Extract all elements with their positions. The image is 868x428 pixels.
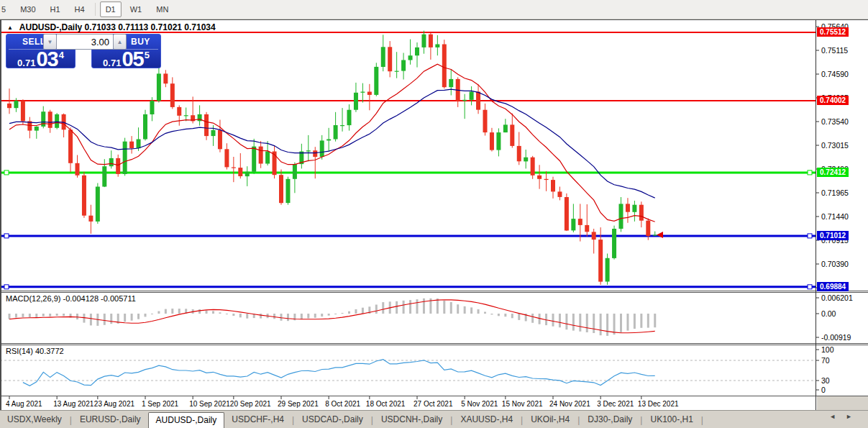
- timeframe-button-h4[interactable]: H4: [69, 1, 91, 17]
- date-axis-label: 20 Sep 2021: [230, 400, 271, 408]
- timeframe-button-m30[interactable]: M30: [14, 1, 41, 17]
- volume-decrease-button[interactable]: ▼: [43, 34, 57, 50]
- chart-tab-uk100-h1[interactable]: UK100-,H1: [643, 412, 700, 427]
- volume-spinner: ▼ ▲: [43, 34, 127, 50]
- date-axis-label: 23 Aug 2021: [94, 400, 134, 408]
- chart-tab-usdcnh-daily[interactable]: USDCNH-,Daily: [374, 412, 449, 427]
- chart-title: ▲ AUDUSD-,Daily 0.71033 0.71113 0.71021 …: [7, 22, 216, 32]
- axis-corner: [817, 396, 868, 410]
- tab-scrollers: ◄►: [829, 413, 862, 420]
- date-axis-label: 13 Aug 2021: [53, 400, 93, 408]
- rsi-axis-label: 100: [821, 345, 834, 354]
- timeframe-button-h1[interactable]: H1: [45, 1, 66, 17]
- date-axis-label: 24 Nov 2021: [549, 400, 590, 408]
- price-line-badge: 0.74002: [817, 96, 849, 105]
- rsi-axis-label: 0: [821, 386, 826, 394]
- timeframe-button-w1[interactable]: W1: [124, 1, 148, 17]
- rsi-axis-label: 70: [821, 356, 830, 365]
- chart-symbol-label: AUDUSD-,Daily: [19, 22, 82, 32]
- date-axis-label: 15 Nov 2021: [502, 400, 543, 408]
- rsi-indicator-label: RSI(14) 40.3772: [6, 347, 64, 355]
- chart-tab-ukoil-h4[interactable]: UKOil-,H4: [524, 412, 577, 427]
- price-axis-label: 0.73540: [821, 117, 849, 126]
- chart-tab-audusd-daily[interactable]: AUDUSD-,Daily: [148, 412, 225, 428]
- price-line-badge: 0.75512: [817, 27, 849, 37]
- chart-tab-usdcad-daily[interactable]: USDCAD-,Daily: [295, 412, 370, 427]
- date-axis-label: 4 Aug 2021: [6, 400, 42, 408]
- price-axis-label: 0.73015: [821, 141, 849, 150]
- sell-price-big: 03: [36, 50, 58, 68]
- chart-ohlc-values: 0.71033 0.71113 0.71021 0.71034: [85, 22, 216, 32]
- chart-tab-eurusd-daily[interactable]: EURUSD-,Daily: [73, 412, 148, 427]
- macd-axis-label: -0.00919: [821, 333, 851, 342]
- buy-price-pip: 5: [145, 50, 150, 60]
- volume-increase-button[interactable]: ▲: [113, 34, 127, 50]
- tab-separator: |: [700, 415, 704, 425]
- price-axis-label: 0.74590: [821, 70, 849, 78]
- one-click-trading-panel: SELL 0.71 03 4 BUY 0.71 05 5 ▼ ▲: [6, 34, 161, 68]
- chart-window-border-left: [0, 19, 1, 410]
- date-axis-label: 29 Sep 2021: [278, 400, 319, 408]
- macd-axis-label: 0.00: [821, 309, 836, 318]
- sell-price-prefix: 0.71: [17, 58, 35, 68]
- price-axis-label: 0.71965: [821, 188, 849, 197]
- price-line-badge: 0.72412: [817, 168, 849, 177]
- buy-price-big: 05: [122, 50, 143, 68]
- price-axis-label: 0.75115: [821, 46, 848, 55]
- tab-scroll-left-icon[interactable]: ◄: [829, 413, 846, 420]
- chart-tab-dj30-daily[interactable]: DJ30-,Daily: [580, 412, 639, 427]
- date-axis-label: 8 Oct 2021: [325, 400, 360, 408]
- rsi-axis-label: 30: [821, 376, 830, 385]
- timeframe-toolbar: 5M30H1H4D1W1MN: [0, 0, 868, 19]
- date-axis-label: 13 Dec 2021: [638, 400, 679, 408]
- price-line-badge: 0.69884: [817, 282, 849, 291]
- buy-price: 0.71 05 5: [92, 50, 160, 70]
- timeframe-button-d1[interactable]: D1: [100, 1, 122, 17]
- date-axis-label: 27 Oct 2021: [414, 400, 452, 408]
- buy-button-label: BUY: [131, 37, 150, 47]
- sell-price: 0.71 03 4: [6, 50, 75, 70]
- date-axis-label: 10 Sep 2021: [189, 400, 230, 408]
- chart-tab-bar: USDX,Weekly|EURUSD-,DailyAUDUSD-,DailyUS…: [0, 410, 868, 428]
- date-axis-label: 3 Dec 2021: [597, 400, 634, 408]
- chart-tab-usdx-weekly[interactable]: USDX,Weekly: [0, 412, 69, 427]
- sell-button-label: SELL: [22, 37, 46, 47]
- mt4-terminal: 5M30H1H4D1W1MN ▲ AUDUSD-,Daily 0.71033 0…: [0, 0, 868, 428]
- date-axis-label: 5 Nov 2021: [461, 400, 498, 408]
- macd-indicator-label: MACD(12,26,9) -0.004128 -0.005711: [6, 294, 136, 303]
- chart-tab-usdchf-h4[interactable]: USDCHF-,H4: [224, 412, 291, 427]
- title-marker-icon: ▲: [7, 24, 13, 31]
- price-axis-label: 0.70390: [821, 260, 849, 268]
- timeframe-button-5[interactable]: 5: [0, 1, 12, 17]
- price-axis-label: 0.71440: [821, 212, 849, 221]
- macd-axis-label: 0.006201: [821, 293, 853, 302]
- buy-price-prefix: 0.71: [103, 58, 121, 68]
- toolbar-separator: [95, 3, 96, 16]
- date-axis-label: 18 Oct 2021: [366, 400, 405, 408]
- timeframe-button-mn[interactable]: MN: [150, 1, 174, 17]
- date-axis-label: 1 Sep 2021: [142, 400, 178, 408]
- price-line-badge: 0.71012: [817, 231, 849, 240]
- volume-input[interactable]: [57, 34, 113, 50]
- chart-tab-xauusd-h4[interactable]: XAUUSD-,H4: [453, 412, 520, 427]
- sell-price-pip: 4: [59, 50, 64, 60]
- tab-scroll-right-icon[interactable]: ►: [846, 413, 862, 420]
